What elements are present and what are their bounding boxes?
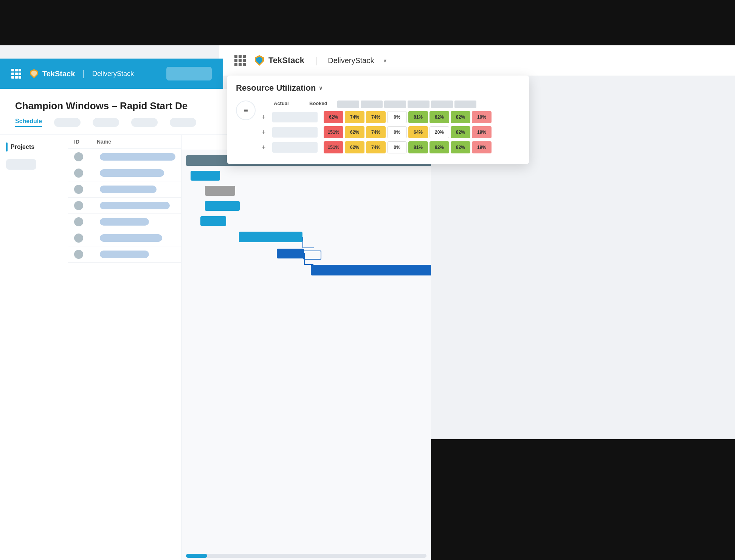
cell-2-8: 19% — [472, 126, 492, 138]
cell-1-7: 82% — [451, 111, 470, 123]
table-row-4[interactable] — [68, 198, 181, 214]
name-bar-3 — [100, 186, 157, 193]
cell-1-5: 81% — [408, 111, 428, 123]
sidebar-indicator — [6, 142, 8, 152]
gantt-scroll-thumb[interactable] — [186, 554, 207, 558]
cell-3-6: 82% — [430, 141, 449, 153]
row-2-cells: 151% 62% 74% 0% 64% 20% 82% 19% — [324, 126, 492, 138]
front-delivery: DeliveryStack — [92, 70, 134, 78]
gantt-row-6 — [186, 245, 426, 262]
gantt-row-7 — [186, 262, 426, 278]
nav-chevron[interactable]: ∨ — [383, 57, 387, 63]
gantt-bar-6[interactable] — [277, 249, 304, 258]
cell-3-5: 81% — [408, 141, 428, 153]
col-header-5 — [431, 101, 453, 108]
cell-1-6: 82% — [430, 111, 449, 123]
resource-row-2: + 151% 62% 74% 0% 64% 20% 82% 19% — [262, 126, 520, 138]
row-3-cells: 151% 62% 74% 0% 81% 82% 82% 19% — [324, 141, 492, 153]
filter-button[interactable]: ≡ — [236, 101, 256, 120]
gantt-bar-3[interactable] — [205, 201, 240, 211]
cell-1-8: 19% — [472, 111, 492, 123]
tab-pill-2[interactable] — [93, 118, 119, 127]
row-1-label — [272, 112, 318, 122]
cell-1-4: 0% — [387, 111, 407, 123]
col-booked: Booked — [309, 101, 336, 108]
cell-1-2: 74% — [345, 111, 364, 123]
cell-3-4: 0% — [387, 141, 407, 153]
id-name-panel: ID Name — [68, 135, 181, 560]
filter-icon: ≡ — [243, 106, 248, 115]
name-bar-6 — [100, 234, 162, 242]
gantt-bar-4[interactable] — [200, 216, 226, 226]
cell-2-5: 64% — [408, 126, 428, 138]
project-body: Projects ID Name — [0, 135, 431, 560]
tab-pill-4[interactable] — [170, 118, 196, 127]
nav-logo: TekStack — [253, 54, 304, 67]
cell-1-1: 62% — [324, 111, 343, 123]
resource-title-text: Resource Utilization — [236, 83, 316, 93]
resource-panel-title: Resource Utilization ∨ — [236, 83, 520, 93]
gantt-row-3 — [186, 198, 426, 213]
gantt-outline-box — [303, 251, 321, 260]
row-1-expand[interactable]: + — [262, 113, 269, 121]
gantt-bar-2[interactable] — [205, 186, 235, 196]
app-name: TekStack — [268, 56, 304, 65]
front-divider: | — [82, 69, 85, 79]
gantt-row-4 — [186, 213, 426, 229]
name-bar-1 — [100, 153, 175, 161]
table-row-1[interactable] — [68, 149, 181, 165]
sidebar-more — [6, 159, 36, 170]
cell-2-6: 20% — [430, 126, 449, 138]
cell-3-1: 151% — [324, 141, 343, 153]
table-row-2[interactable] — [68, 165, 181, 181]
table-row-7[interactable] — [68, 246, 181, 263]
name-bar-2 — [100, 169, 164, 177]
col-header-2 — [361, 101, 383, 108]
gantt-bar-5[interactable] — [239, 232, 302, 242]
gantt-row-5 — [186, 229, 426, 245]
id-badge-6 — [74, 234, 83, 243]
bg-dark-top — [0, 0, 735, 45]
nav-bar-front: TekStack | DeliveryStack — [0, 59, 223, 89]
nav-delivery-stack: DeliveryStack — [328, 56, 374, 65]
resource-title-chevron[interactable]: ∨ — [319, 85, 323, 91]
resource-panel: Resource Utilization ∨ ≡ Actual Booked + — [227, 76, 529, 164]
gantt-scrollbar[interactable] — [186, 554, 426, 558]
row-2-label — [272, 127, 318, 138]
gantt-chart — [181, 135, 431, 560]
cell-2-4: 0% — [387, 126, 407, 138]
col-id-header: ID — [74, 139, 97, 145]
col-header-6 — [454, 101, 476, 108]
col-header-4 — [408, 101, 430, 108]
tab-pill-3[interactable] — [131, 118, 158, 127]
apps-grid-icon[interactable] — [234, 55, 246, 66]
name-bar-5 — [100, 218, 149, 226]
nav-divider: | — [315, 55, 317, 66]
front-search-box[interactable] — [166, 67, 212, 80]
gantt-bar-1[interactable] — [191, 171, 220, 181]
cell-2-2: 62% — [345, 126, 364, 138]
id-badge-1 — [74, 152, 83, 161]
id-badge-4 — [74, 201, 83, 210]
cell-2-3: 74% — [366, 126, 386, 138]
tab-schedule[interactable]: Schedule — [15, 118, 42, 127]
front-logo: TekStack — [29, 68, 75, 79]
tab-pill-1[interactable] — [54, 118, 81, 127]
sidebar-projects-label: Projects — [11, 144, 34, 150]
name-bar-4 — [100, 202, 170, 209]
gantt-rows — [181, 150, 431, 278]
sidebar-projects[interactable]: Projects — [6, 142, 62, 152]
id-badge-7 — [74, 250, 83, 259]
table-row-5[interactable] — [68, 214, 181, 230]
table-gantt-container: ID Name — [68, 135, 431, 560]
table-row-3[interactable] — [68, 181, 181, 198]
table-row-6[interactable] — [68, 230, 181, 246]
row-2-expand[interactable]: + — [262, 128, 269, 136]
col-name-header: Name — [97, 139, 175, 145]
row-3-expand[interactable]: + — [262, 144, 269, 152]
gantt-bar-7[interactable] — [311, 265, 431, 275]
sidebar-panel: Projects — [0, 135, 68, 560]
front-grid-icon[interactable] — [11, 69, 21, 79]
cell-3-3: 74% — [366, 141, 386, 153]
row-1-cells: 62% 74% 74% 0% 81% 82% 82% 19% — [324, 111, 492, 123]
